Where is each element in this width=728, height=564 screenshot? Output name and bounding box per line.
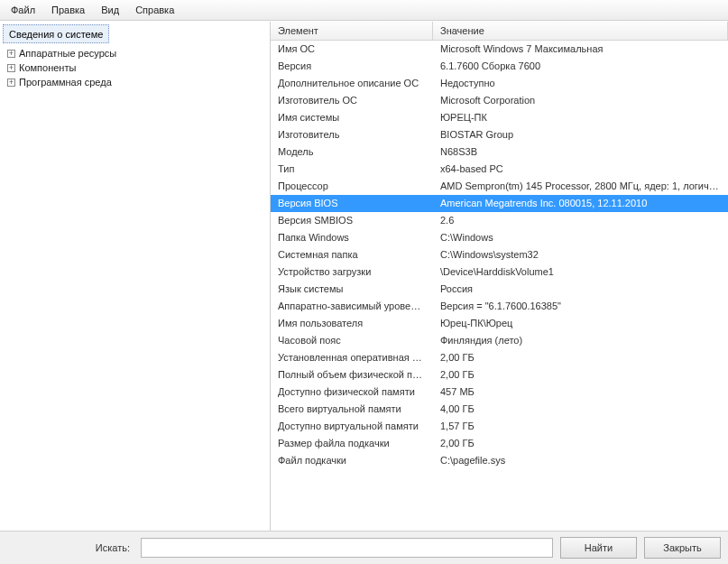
tree-item-label: Программная среда [19, 77, 112, 88]
list-pane: Элемент Значение Имя ОСMicrosoft Windows… [271, 22, 728, 531]
menu-help[interactable]: Справка [128, 2, 181, 18]
cell-element: Доступно физической памяти [271, 384, 433, 400]
cell-element: Установленная оперативная п… [271, 350, 433, 365]
cell-element: Полный объем физической па… [271, 367, 433, 383]
list-row[interactable]: Типx64-based PC [271, 161, 728, 178]
cell-element: Имя системы [271, 110, 433, 125]
main-content: Сведения о системе +Аппаратные ресурсы+К… [0, 21, 728, 531]
footer: Искать: Найти Закрыть [0, 531, 728, 564]
cell-value: C:\pagefile.sys [433, 453, 728, 468]
tree-root[interactable]: Сведения о системе [3, 24, 109, 43]
tree-item-label: Компоненты [19, 62, 76, 73]
cell-value: 4,00 ГБ [433, 402, 728, 417]
list-row[interactable]: Версия SMBIOS2.6 [271, 212, 728, 229]
cell-value: AMD Sempron(tm) 145 Processor, 2800 МГц,… [433, 179, 728, 194]
cell-element: Системная папка [271, 247, 433, 263]
tree-item[interactable]: +Компоненты [0, 60, 270, 75]
plus-icon[interactable]: + [7, 64, 15, 72]
cell-element: Версия SMBIOS [271, 213, 433, 228]
list-row[interactable]: Доступно физической памяти457 МБ [271, 384, 728, 401]
search-input[interactable] [141, 538, 553, 558]
cell-element: Доступно виртуальной памяти [271, 419, 433, 434]
list-row[interactable]: Полный объем физической па…2,00 ГБ [271, 366, 728, 384]
cell-element: Дополнительное описание ОС [271, 76, 433, 91]
cell-value: 2,00 ГБ [433, 436, 728, 451]
list-row[interactable]: Всего виртуальной памяти4,00 ГБ [271, 401, 728, 418]
list-row[interactable]: Дополнительное описание ОСНедоступно [271, 75, 728, 92]
cell-value: 457 МБ [433, 384, 728, 400]
column-element[interactable]: Элемент [271, 22, 433, 40]
menu-file[interactable]: Файл [4, 2, 42, 18]
cell-value: 6.1.7600 Сборка 7600 [433, 59, 728, 74]
list-row[interactable]: Имя пользователяЮрец-ПК\Юрец [271, 315, 728, 332]
list-row[interactable]: Язык системыРоссия [271, 281, 728, 298]
list-row[interactable]: МодельN68S3B [271, 143, 728, 161]
close-button[interactable]: Закрыть [644, 537, 721, 559]
tree-item-label: Аппаратные ресурсы [19, 48, 116, 59]
list-row[interactable]: Аппаратно-зависимый уровен…Версия = "6.1… [271, 298, 728, 315]
tree-item[interactable]: +Программная среда [0, 75, 270, 89]
list-row[interactable]: Часовой поясФинляндия (лето) [271, 332, 728, 349]
cell-element: Версия [271, 59, 433, 74]
list-row[interactable]: Системная папкаC:\Windows\system32 [271, 246, 728, 264]
list-row[interactable]: Установленная оперативная п…2,00 ГБ [271, 349, 728, 366]
cell-element: Аппаратно-зависимый уровен… [271, 299, 433, 314]
cell-value: Microsoft Corporation [433, 93, 728, 108]
cell-value: Версия = "6.1.7600.16385" [433, 299, 728, 314]
cell-element: Папка Windows [271, 230, 433, 245]
cell-element: Процессор [271, 179, 433, 194]
list-row[interactable]: Имя ОСMicrosoft Windows 7 Максимальная [271, 41, 728, 58]
cell-element: Файл подкачки [271, 453, 433, 468]
list-row[interactable]: Размер файла подкачки2,00 ГБ [271, 435, 728, 452]
cell-element: Размер файла подкачки [271, 436, 433, 451]
cell-value: Юрец-ПК\Юрец [433, 316, 728, 331]
list-row[interactable]: Версия6.1.7600 Сборка 7600 [271, 58, 728, 75]
cell-element: Модель [271, 144, 433, 160]
menu-view[interactable]: Вид [94, 2, 126, 18]
cell-value: ЮРЕЦ-ПК [433, 110, 728, 125]
menubar: Файл Правка Вид Справка [0, 0, 728, 21]
cell-value: x64-based PC [433, 162, 728, 177]
cell-value: Недоступно [433, 76, 728, 91]
cell-value: BIOSTAR Group [433, 127, 728, 143]
list-body[interactable]: Имя ОСMicrosoft Windows 7 МаксимальнаяВе… [271, 41, 728, 531]
list-row[interactable]: Имя системыЮРЕЦ-ПК [271, 109, 728, 126]
menu-edit[interactable]: Правка [44, 2, 92, 18]
column-value[interactable]: Значение [433, 22, 728, 40]
cell-element: Изготовитель ОС [271, 93, 433, 108]
cell-element: Язык системы [271, 282, 433, 297]
cell-value: Финляндия (лето) [433, 333, 728, 348]
cell-element: Часовой пояс [271, 333, 433, 348]
cell-element: Имя ОС [271, 42, 433, 57]
cell-value: 2,00 ГБ [433, 350, 728, 365]
cell-element: Изготовитель [271, 127, 433, 143]
cell-element: Всего виртуальной памяти [271, 402, 433, 417]
cell-element: Тип [271, 162, 433, 177]
cell-value: C:\Windows\system32 [433, 247, 728, 263]
cell-value: 2.6 [433, 213, 728, 228]
tree-item[interactable]: +Аппаратные ресурсы [0, 46, 270, 60]
cell-element: Устройство загрузки [271, 264, 433, 280]
cell-element: Версия BIOS [271, 196, 433, 211]
list-row[interactable]: Доступно виртуальной памяти1,57 ГБ [271, 418, 728, 435]
list-row[interactable]: ПроцессорAMD Sempron(tm) 145 Processor, … [271, 178, 728, 195]
list-header: Элемент Значение [271, 22, 728, 41]
list-row[interactable]: Папка WindowsC:\Windows [271, 229, 728, 246]
list-row[interactable]: Версия BIOSAmerican Megatrends Inc. 0800… [271, 195, 728, 212]
list-row[interactable]: Файл подкачкиC:\pagefile.sys [271, 452, 728, 469]
cell-value: American Megatrends Inc. 080015, 12.11.2… [433, 196, 728, 211]
cell-value: Россия [433, 282, 728, 297]
tree-pane: Сведения о системе +Аппаратные ресурсы+К… [0, 22, 271, 531]
cell-value: Microsoft Windows 7 Максимальная [433, 42, 728, 57]
list-row[interactable]: Устройство загрузки\Device\HarddiskVolum… [271, 264, 728, 281]
plus-icon[interactable]: + [7, 50, 15, 58]
list-row[interactable]: Изготовитель ОСMicrosoft Corporation [271, 92, 728, 109]
cell-value: 2,00 ГБ [433, 367, 728, 383]
cell-value: \Device\HarddiskVolume1 [433, 264, 728, 280]
cell-value: N68S3B [433, 144, 728, 160]
list-row[interactable]: ИзготовительBIOSTAR Group [271, 126, 728, 143]
plus-icon[interactable]: + [7, 79, 15, 87]
cell-element: Имя пользователя [271, 316, 433, 331]
find-button[interactable]: Найти [560, 537, 637, 559]
cell-value: C:\Windows [433, 230, 728, 245]
